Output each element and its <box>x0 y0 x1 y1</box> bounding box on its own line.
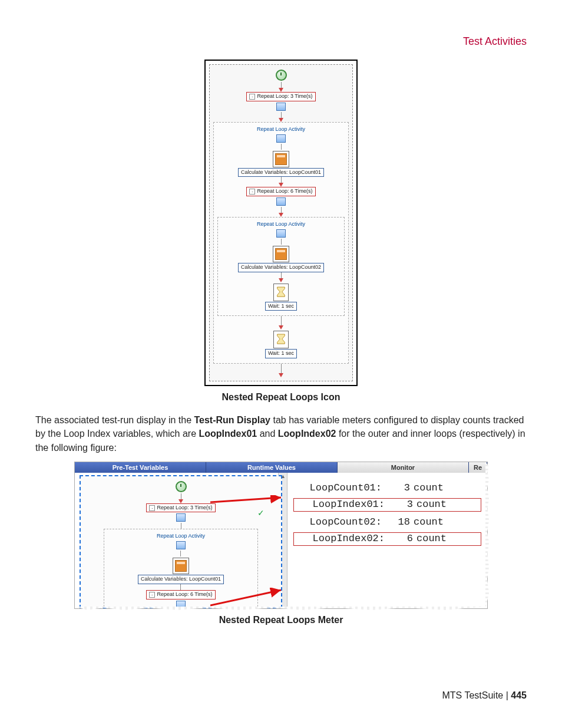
meter-label: LoopIndex01: <box>296 499 385 510</box>
wait-node-icon <box>273 331 289 348</box>
runtime-body: Repeat Loop: 3 Time(s) ✓ Repeat Loop Act… <box>75 473 487 608</box>
repeat-loop-activity-group-1: Repeat Loop Activity Calculate Variables… <box>213 122 349 364</box>
figure1-caption: Nested Repeat Loops Icon <box>35 392 527 403</box>
connector-line <box>281 272 282 278</box>
repeat-loop-node-2: Repeat Loop: 6 Time(s) <box>246 187 315 196</box>
connector-line <box>281 112 282 118</box>
repeat-loop-node-1: Repeat Loop: 3 Time(s) <box>246 92 315 101</box>
connector-line <box>281 364 282 373</box>
meter-unit: count <box>416 499 447 510</box>
node-badge-icon <box>276 103 286 111</box>
node-label: Repeat Loop: 6 Time(s) <box>257 188 312 195</box>
calculate-node-icon <box>173 558 189 574</box>
node-label: Calculate Variables: LoopCount02 <box>241 264 321 271</box>
tab-re-truncated[interactable]: Re <box>469 462 487 473</box>
page: Test Activities Repeat Loop: 3 Time(s) R… <box>0 0 562 728</box>
meter-label: LoopCount01: <box>293 482 382 493</box>
text-bold: LoopIndex01 <box>199 429 257 439</box>
arrow-down-icon <box>279 373 283 377</box>
calculate-node-icon <box>273 246 289 262</box>
node-badge-icon <box>276 229 286 238</box>
arrow-down-icon <box>279 183 283 187</box>
collapse-icon <box>149 592 155 598</box>
figure-nested-loops-meter: Pre-Test Variables Runtime Values Monito… <box>35 462 527 609</box>
tab-pre-test-variables[interactable]: Pre-Test Variables <box>75 462 206 473</box>
arrow-down-icon <box>279 88 283 92</box>
node-label: Wait: 1 sec <box>268 350 294 357</box>
connector-line <box>281 177 282 183</box>
arrow-down-icon <box>279 278 283 282</box>
arrow-down-icon <box>279 325 283 330</box>
runtime-window: Pre-Test Variables Runtime Values Monito… <box>74 462 488 609</box>
arrow-down-icon <box>279 118 283 122</box>
checkmark-icon: ✓ <box>257 508 265 518</box>
connector-line <box>181 493 181 499</box>
body-paragraph: The associated test-run display in the T… <box>35 413 527 454</box>
meter-value: 3 <box>387 499 413 510</box>
meter-label: LoopCount02: <box>293 516 382 528</box>
footer-product: MTS TestSuite <box>442 690 504 700</box>
hourglass-icon <box>276 333 286 346</box>
meter-row-loopcount01: LoopCount01: 3 count <box>293 482 481 493</box>
section-header: Test Activities <box>35 35 527 48</box>
tab-runtime-values[interactable]: Runtime Values <box>206 462 338 473</box>
text-run: The associated test-run display in the <box>35 415 194 425</box>
collapse-icon <box>149 505 155 511</box>
workflow-preview-frame: Repeat Loop: 3 Time(s) ✓ Repeat Loop Act… <box>80 475 282 608</box>
meter-row-loopindex01: LoopIndex01: 3 count <box>293 498 481 512</box>
torn-edge-right <box>485 462 489 608</box>
node-label: Calculate Variables: LoopCount01 <box>141 576 221 583</box>
collapse-icon <box>249 189 255 195</box>
calc-variables-node-1: Calculate Variables: LoopCount01 <box>238 168 324 177</box>
meter-pane: LoopCount01: 3 count LoopIndex01: 3 coun… <box>287 473 487 608</box>
flowchart-frame: Repeat Loop: 3 Time(s) Repeat Loop Activ… <box>204 60 358 386</box>
footer-page-number: 445 <box>511 690 527 700</box>
node-badge-icon <box>176 541 186 549</box>
calc-variables-node: Calculate Variables: LoopCount01 <box>138 575 224 584</box>
arrow-down-icon <box>279 213 283 217</box>
collapse-icon <box>249 94 255 100</box>
node-badge-icon <box>276 134 286 143</box>
node-label: Calculate Variables: LoopCount01 <box>241 169 321 176</box>
footer-sep: | <box>503 690 511 700</box>
figure-nested-loops-icon: Repeat Loop: 3 Time(s) Repeat Loop Activ… <box>35 60 527 386</box>
meter-unit: count <box>414 482 444 493</box>
meter-unit: count <box>414 516 444 528</box>
calculator-icon <box>175 560 187 572</box>
connector-line <box>180 551 181 556</box>
figure2-caption: Nested Repeat Loops Meter <box>35 615 527 625</box>
calculator-icon <box>275 248 287 260</box>
connector-line <box>181 523 181 529</box>
wait-node-2: Wait: 1 sec <box>265 349 297 358</box>
clock-icon <box>176 481 187 492</box>
arrow-down-icon <box>178 499 183 503</box>
node-label: Repeat Loop: 3 Time(s) <box>157 505 212 512</box>
calculator-icon <box>275 153 287 165</box>
page-footer: MTS TestSuite | 445 <box>442 690 527 701</box>
connector-line <box>281 239 282 245</box>
torn-edge-bottom <box>75 607 487 610</box>
tab-monitor[interactable]: Monitor <box>338 462 469 473</box>
clock-icon <box>276 70 287 81</box>
meter-label: LoopIndex02: <box>296 533 385 544</box>
calc-variables-node-2: Calculate Variables: LoopCount02 <box>238 263 324 272</box>
meter-row-loopindex02: LoopIndex02: 6 count <box>293 532 481 546</box>
connector-line <box>281 316 282 325</box>
workflow-preview: Repeat Loop: 3 Time(s) ✓ Repeat Loop Act… <box>84 480 277 608</box>
text-bold: Test-Run Display <box>194 415 270 425</box>
meter-value: 6 <box>387 533 413 544</box>
flowchart: Repeat Loop: 3 Time(s) Repeat Loop Activ… <box>209 64 353 381</box>
text-bold: LoopIndex02 <box>278 429 336 439</box>
repeat-loop-activity-group-2: Repeat Loop Activity Calculate Variables… <box>217 217 345 316</box>
connector-line <box>180 584 181 590</box>
repeat-loop-activity-group: Repeat Loop Activity Calculate Variables… <box>104 529 258 608</box>
node-label: Wait: 1 sec <box>268 303 294 310</box>
repeat-loop-node-2: Repeat Loop: 6 Time(s) <box>146 590 215 599</box>
hourglass-icon <box>276 286 286 299</box>
node-badge-icon <box>276 197 286 206</box>
meter-value: 18 <box>384 516 410 528</box>
text-run: and <box>260 429 278 439</box>
group-title: Repeat Loop Activity <box>257 221 305 227</box>
connector-line <box>281 144 282 150</box>
meter-unit: count <box>416 533 447 544</box>
